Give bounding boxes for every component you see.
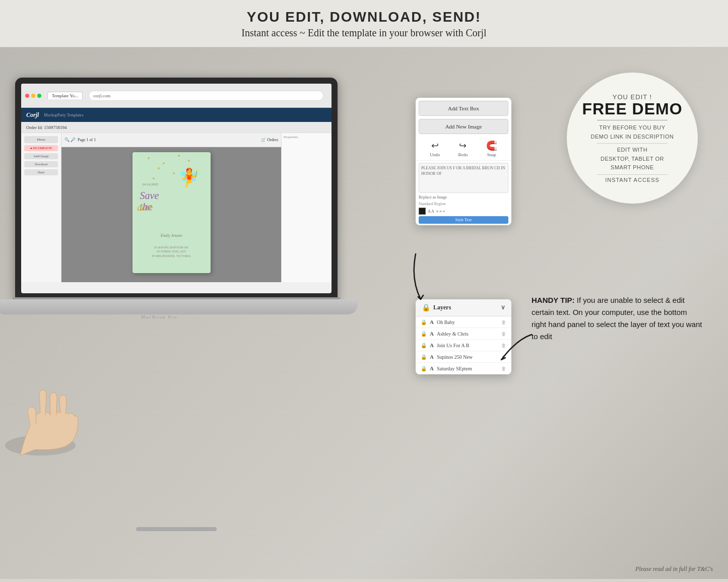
toolbar-actions[interactable]: 🛒 Orders — [261, 138, 278, 142]
panel-textarea-content: PLEASE JOIN US F OR A BRIDAL BRUN CH IN … — [421, 166, 505, 176]
card-detail2: OCTOBER 24TH, 2025 — [157, 250, 186, 253]
sidebar-action1[interactable]: Add/Change — [24, 153, 58, 159]
redo-label: Redo — [458, 152, 468, 157]
arrow-to-layers — [406, 249, 446, 309]
layer-lock-icon: 🔒 — [421, 331, 427, 337]
corjl-toolbar: 🔍 🔎 Page 1 of 1 🛒 Orders — [61, 133, 281, 147]
layer-lock-icon: 🔒 — [421, 366, 427, 371]
layer-type-icon: A — [430, 342, 434, 348]
maximize-dot — [37, 94, 41, 98]
main-area: Template Yo... corjl.com Corjl MockupPar… — [0, 47, 728, 579]
handy-tip-label: HANDY TIP: — [532, 296, 575, 304]
badge-demo-link: DEMO LINK IN DESCRIPTION — [591, 133, 674, 142]
corjl-header: Corjl MockupParty Templates — [21, 108, 332, 122]
corjl-workspace: Menu ● INCOMPLETE Add/Change Download Sh… — [21, 133, 332, 282]
style-text-button[interactable]: Style Text — [419, 216, 508, 224]
corjl-canvas: 🔍 🔎 Page 1 of 1 🛒 Orders — [61, 133, 281, 282]
panel-standard: Standard Region — [419, 202, 508, 206]
list-item[interactable]: 🔒 A Oh Baby 🗑 — [416, 316, 511, 328]
badge-devices: DESKTOP, TABLET OR — [601, 155, 664, 164]
layer-lock-icon: 🔒 — [421, 354, 427, 360]
snap-tool[interactable]: 🧲 Snap — [486, 140, 497, 157]
corjl-brand: MockupParty Templates — [44, 113, 83, 117]
badge-smart-phone: SMART PHONE — [611, 163, 654, 172]
card-details: IS HAVING BAPTISM ON OCTOBER 24TH, 2025 … — [152, 245, 191, 258]
corjl-floating-panel: Add Text Box Add New Image ↩ Undo ↪ Redo… — [416, 98, 511, 225]
corjl-right-panel: Properties — [281, 133, 332, 282]
card-the-date: date — [138, 203, 153, 213]
card-preview: 🧚 24.10.2025 Savethe date Emily Jensen I… — [133, 152, 211, 273]
browser-tab[interactable]: Template Yo... — [47, 92, 83, 99]
card-fairy-icon: 🧚 — [178, 167, 201, 188]
sidebar-action3[interactable]: Share — [24, 169, 58, 175]
free-demo-badge: YOU EDIT ! FREE DEMO TRY BEFORE YOU BUY … — [567, 73, 698, 204]
browser-chrome: Template Yo... corjl.com — [21, 84, 332, 108]
handy-tip: HANDY TIP: If you are unable to select &… — [532, 294, 703, 343]
order-bar: Order Id: 1509758194 — [21, 122, 332, 133]
top-banner: YOU EDIT, DOWNLOAD, SEND! Instant access… — [0, 0, 728, 47]
redo-tool[interactable]: ↪ Redo — [458, 140, 468, 157]
undo-icon: ↩ — [431, 140, 439, 151]
badge-free-demo: FREE DEMO — [582, 101, 682, 117]
panel-replace-image[interactable]: Replace as Image — [419, 195, 508, 200]
toolbar-zoom[interactable]: 🔍 🔎 — [64, 138, 76, 142]
snap-label: Snap — [487, 152, 496, 157]
banner-title: YOU EDIT, DOWNLOAD, SEND! — [0, 9, 728, 25]
panel-tools: ↩ Undo ↪ Redo 🧲 Snap — [416, 137, 511, 161]
sidebar-action2[interactable]: Download — [24, 161, 58, 167]
sidebar-incomplete[interactable]: ● INCOMPLETE — [24, 145, 58, 151]
undo-tool[interactable]: ↩ Undo — [430, 140, 440, 157]
redo-icon: ↪ — [459, 140, 467, 151]
snap-icon: 🧲 — [486, 140, 497, 151]
undo-label: Undo — [430, 152, 440, 157]
laptop: Template Yo... corjl.com Corjl MockupPar… — [0, 78, 378, 456]
hand-area — [0, 355, 151, 456]
hand-illustration — [0, 365, 101, 456]
badge-try-before: TRY BEFORE YOU BUY — [599, 123, 665, 133]
macbook-label: MacBook Pro — [141, 314, 177, 319]
layer-type-icon: A — [430, 354, 434, 360]
panel-textarea[interactable]: PLEASE JOIN US F OR A BRIDAL BRUN CH IN … — [419, 163, 508, 193]
card-name: Emily Jensen — [161, 233, 182, 238]
panel-label: Properties — [284, 135, 329, 139]
layer-type-icon: A — [430, 331, 434, 337]
url-bar[interactable]: corjl.com — [89, 91, 323, 101]
corjl-nav: MockupParty Templates — [44, 113, 326, 117]
order-id: Order Id: 1509758194 — [26, 125, 67, 130]
font-size-label: A A — [428, 209, 434, 214]
panel-format-row: A A ≡ ≡ ≡ — [419, 208, 508, 215]
trackpad[interactable] — [136, 527, 217, 531]
corjl-logo: Corjl — [26, 111, 39, 119]
toolbar-page: Page 1 of 1 — [78, 138, 96, 142]
chevron-down-icon: ∨ — [501, 304, 505, 311]
card-detail3: IN MELBOURNE, VICTORIA — [152, 254, 191, 257]
minimize-dot — [31, 94, 35, 98]
color-picker[interactable] — [419, 208, 426, 215]
arrow-from-tip — [486, 330, 537, 370]
layer-type-icon: A — [430, 365, 434, 371]
font-options[interactable]: ≡ ≡ ≡ — [436, 209, 445, 214]
laptop-base — [0, 299, 358, 314]
badge-divider — [597, 120, 668, 120]
layer-lock-icon: 🔒 — [421, 343, 427, 348]
layer-name: Oh Baby — [437, 319, 498, 325]
add-new-image-button[interactable]: Add New Image — [419, 119, 508, 134]
sidebar-item[interactable]: Menu — [24, 136, 58, 143]
badge-instant-access: INSTANT ACCESS — [605, 177, 659, 183]
layer-lock-icon: 🔒 — [421, 319, 427, 325]
add-text-box-button[interactable]: Add Text Box — [419, 101, 508, 116]
laptop-screen-outer: Template Yo... corjl.com Corjl MockupPar… — [15, 78, 338, 299]
banner-subtitle: Instant access ~ Edit the template in yo… — [0, 27, 728, 39]
card-detail1: IS HAVING BAPTISM ON — [154, 246, 188, 249]
close-dot — [25, 94, 29, 98]
card-date: 24.10.2025 — [143, 182, 159, 186]
laptop-screen: Template Yo... corjl.com Corjl MockupPar… — [21, 84, 332, 293]
layer-type-icon: A — [430, 319, 434, 325]
badge-edit-with: EDIT WITH — [617, 146, 648, 155]
badge-divider2 — [597, 143, 668, 144]
footer-note: Please read ad in full for T&C's — [635, 565, 713, 573]
trash-icon[interactable]: 🗑 — [501, 319, 506, 325]
corjl-sidebar: Menu ● INCOMPLETE Add/Change Download Sh… — [21, 133, 61, 282]
badge-divider3 — [597, 174, 668, 175]
